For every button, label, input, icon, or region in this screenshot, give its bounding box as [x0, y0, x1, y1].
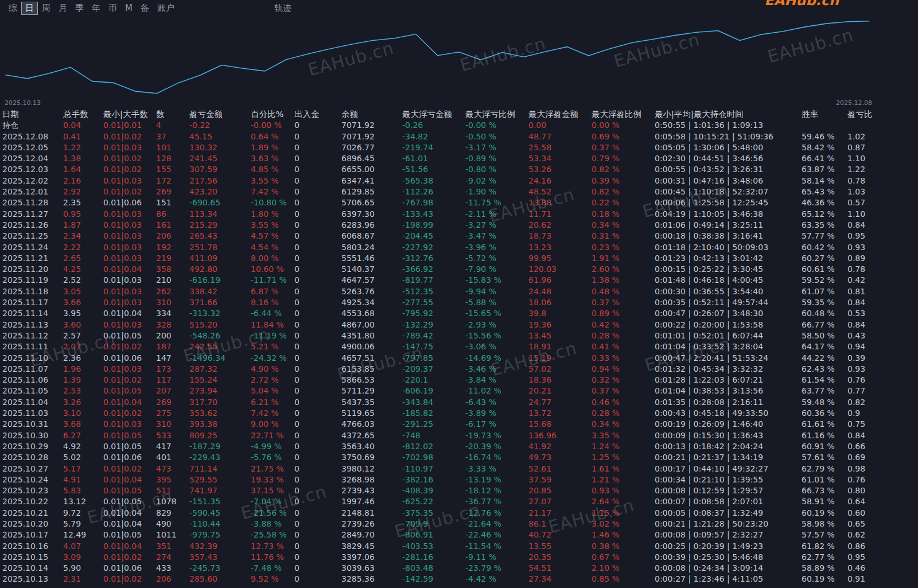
- table-row[interactable]: 2025.11.122.570.01|0.05200-548.26-11.19 …: [0, 330, 918, 341]
- cell-order-count: 1011: [154, 529, 187, 540]
- column-header[interactable]: 出入金: [292, 109, 339, 120]
- tab-9[interactable]: 备: [137, 2, 153, 15]
- tab-5[interactable]: 季: [71, 2, 88, 15]
- tab-2[interactable]: 日: [21, 2, 38, 15]
- table-row[interactable]: 2025.10.313.680.01|0.03310393.389.00 %04…: [0, 419, 918, 430]
- table-row[interactable]: 2025.10.132.310.01|0.02206285.609.52 %03…: [0, 574, 918, 585]
- table-row[interactable]: 2025.12.080.410.01|0.023745.150.64 %0707…: [0, 131, 918, 142]
- table-row[interactable]: 2025.11.242.220.01|0.03192251.784.54 %05…: [0, 242, 918, 253]
- cell-date: 2025.11.18: [0, 286, 61, 297]
- column-header[interactable]: 数: [154, 109, 187, 120]
- column-header[interactable]: 最大浮盈比例: [589, 109, 652, 120]
- cell-balance: 3285.36: [339, 574, 400, 585]
- table-row[interactable]: 2025.10.153.090.01|0.02274357.4311.76 %0…: [0, 552, 918, 563]
- table-row[interactable]: 2025.10.244.910.01|0.04395529.5519.33 %0…: [0, 474, 918, 485]
- cell-max-float-profit-pct: 0.34 %: [589, 220, 652, 231]
- cell-order-count: 269: [154, 186, 187, 197]
- table-row[interactable]: 2025.12.041.380.01|0.02128241.453.63 %06…: [0, 153, 918, 164]
- table-row[interactable]: 2025.11.270.950.01|0.0386113.341.80 %063…: [0, 209, 918, 220]
- table-row[interactable]: 2025.10.145.900.01|0.06433-245.73-7.48 %…: [0, 563, 918, 574]
- cell-max-float-loss-pct: -3.89 %: [463, 408, 526, 419]
- cell-win-rate: 61.07 %: [799, 286, 845, 297]
- tab-1[interactable]: 综: [5, 2, 21, 15]
- cell-win-rate: 66.73 %: [799, 485, 845, 496]
- table-row[interactable]: 2025.10.285.020.01|0.06401-229.43-5.76 %…: [0, 452, 918, 463]
- table-row[interactable]: 2025.11.192.520.01|0.03210-616.19-11.71 …: [0, 275, 918, 286]
- column-header[interactable]: 最大浮盈金额: [526, 109, 589, 120]
- table-row[interactable]: 2025.11.112.070.01|0.02187242.555.21 %04…: [0, 341, 918, 352]
- table-row[interactable]: 2025.11.261.870.01|0.03161215.293.55 %06…: [0, 220, 918, 231]
- table-row[interactable]: 2025.11.204.250.01|0.04358492.8010.60 %0…: [0, 264, 918, 275]
- cell-order-count: 161: [154, 220, 187, 231]
- table-row[interactable]: 2025.12.051.220.01|0.03101130.321.89 %07…: [0, 142, 918, 153]
- cell-max-float-profit: 21.17: [526, 508, 589, 519]
- table-row[interactable]: 2025.10.219.720.01|0.04829-590.45-21.56 …: [0, 508, 918, 519]
- cell-date: 2025.10.29: [0, 441, 61, 452]
- cell-max-float-profit-pct: 0.38 %: [589, 541, 652, 552]
- table-row[interactable]: 2025.11.282.350.01|0.06151-690.65-10.80 …: [0, 197, 918, 208]
- column-header[interactable]: 最小|大手数: [101, 109, 154, 120]
- table-row[interactable]: 2025.11.052.530.01|0.05207273.945.04 %05…: [0, 385, 918, 396]
- tab-8[interactable]: M: [121, 2, 137, 14]
- cell-balance: 4925.34: [339, 297, 400, 308]
- column-header[interactable]: 余额: [339, 109, 400, 120]
- cell-win-rate: 62.77 %: [799, 552, 845, 563]
- table-row[interactable]: 2025.11.133.600.01|0.03328515.2011.84 %0…: [0, 320, 918, 330]
- table-row[interactable]: 2025.10.2213.120.01|0.051078-151.35-7.04…: [0, 496, 918, 507]
- cell-max-float-profit-pct: 1.15 %: [589, 508, 652, 519]
- tab-trajectory[interactable]: 轨迹: [270, 2, 295, 15]
- cell-win-rate: 58.89 %: [799, 563, 845, 574]
- tab-10[interactable]: 账户: [153, 2, 178, 15]
- table-row[interactable]: 2025.12.022.160.01|0.03172217.563.55 %06…: [0, 176, 918, 186]
- cell-hold-times: 0:00:06 | 1:25:58 | 12:25:45: [652, 197, 799, 208]
- table-row[interactable]: 2025.11.102.360.01|0.06147-1496.34-24.32…: [0, 353, 918, 364]
- cell-max-float-loss: -819.77: [400, 275, 463, 286]
- chart-start-date: 2025.10.13: [5, 99, 41, 107]
- table-row[interactable]: 2025.10.235.830.01|0.05511741.9737.15 %0…: [0, 485, 918, 496]
- table-row[interactable]: 2025.12.031.640.01|0.02155307.594.85 %06…: [0, 164, 918, 175]
- tab-7[interactable]: 币: [104, 2, 121, 15]
- table-row[interactable]: 2025.12.012.920.01|0.02269423.207.42 %06…: [0, 186, 918, 197]
- column-header[interactable]: 盈亏比: [845, 109, 918, 120]
- column-header[interactable]: 最大浮亏金额: [400, 109, 463, 120]
- cell-balance: 4553.68: [339, 308, 400, 319]
- column-header[interactable]: 日期: [0, 109, 61, 120]
- cell-date: 2025.11.14: [0, 308, 61, 319]
- column-header[interactable]: 最小|平均|最大持仓时间: [652, 109, 799, 120]
- cell-profit-amount: -110.44: [187, 519, 248, 529]
- table-row[interactable]: 2025.11.252.340.01|0.03206265.434.57 %06…: [0, 231, 918, 242]
- cell-profit-amount: 515.20: [187, 320, 248, 330]
- column-header[interactable]: 胜率: [799, 109, 845, 120]
- cell-date: 2025.11.06: [0, 375, 61, 385]
- cell-deposit-withdraw: 0: [292, 353, 339, 364]
- table-row[interactable]: 2025.10.294.920.01|0.05417-187.29-4.99 %…: [0, 441, 918, 452]
- cell-max-float-loss-pct: -20.39 %: [463, 441, 526, 452]
- table-row[interactable]: 2025.10.1712.490.01|0.051011-979.75-25.5…: [0, 529, 918, 540]
- tab-6[interactable]: 年: [88, 2, 104, 15]
- cell-date: 2025.11.17: [0, 297, 61, 308]
- table-row[interactable]: 持仓0.040.01|0.014-0.22-0.00 %07071.92-0.2…: [0, 120, 918, 131]
- cell-profit-amount: 711.14: [187, 464, 248, 474]
- column-header[interactable]: 百分比%: [248, 109, 292, 120]
- cell-max-float-profit: 57.02: [526, 364, 589, 375]
- table-row[interactable]: 2025.10.164.070.01|0.04351432.3912.73 %0…: [0, 541, 918, 552]
- column-header[interactable]: 总手数: [61, 109, 101, 120]
- table-row[interactable]: 2025.10.275.170.01|0.02473711.1421.75 %0…: [0, 464, 918, 474]
- tab-4[interactable]: 月: [55, 2, 71, 15]
- cell-max-float-profit: 24.77: [526, 397, 589, 408]
- table-row[interactable]: 2025.11.143.950.01|0.04334-313.32-6.44 %…: [0, 308, 918, 319]
- table-row[interactable]: 2025.11.183.050.01|0.03262338.426.87 %05…: [0, 286, 918, 297]
- table-row[interactable]: 2025.11.173.660.01|0.03310371.668.16 %04…: [0, 297, 918, 308]
- table-row[interactable]: 2025.11.071.960.01|0.03173287.324.90 %06…: [0, 364, 918, 375]
- column-header[interactable]: 盈亏金额: [187, 109, 248, 120]
- table-row[interactable]: 2025.11.033.100.01|0.02275353.627.42 %05…: [0, 408, 918, 419]
- cell-max-float-profit-pct: 0.33 %: [589, 353, 652, 364]
- column-header[interactable]: 最大浮亏比例: [463, 109, 526, 120]
- table-row[interactable]: 2025.11.212.650.01|0.03219411.098.00 %05…: [0, 253, 918, 264]
- cell-max-float-loss-pct: -9.02 %: [463, 176, 526, 186]
- table-row[interactable]: 2025.10.306.270.01|0.05533809.2522.71 %0…: [0, 430, 918, 441]
- table-row[interactable]: 2025.11.061.390.01|0.02117155.242.72 %05…: [0, 375, 918, 385]
- table-row[interactable]: 2025.11.043.260.01|0.04269317.706.21 %05…: [0, 397, 918, 408]
- table-row[interactable]: 2025.10.205.790.01|0.04490-110.44-3.88 %…: [0, 519, 918, 529]
- tab-3[interactable]: 周: [38, 2, 55, 15]
